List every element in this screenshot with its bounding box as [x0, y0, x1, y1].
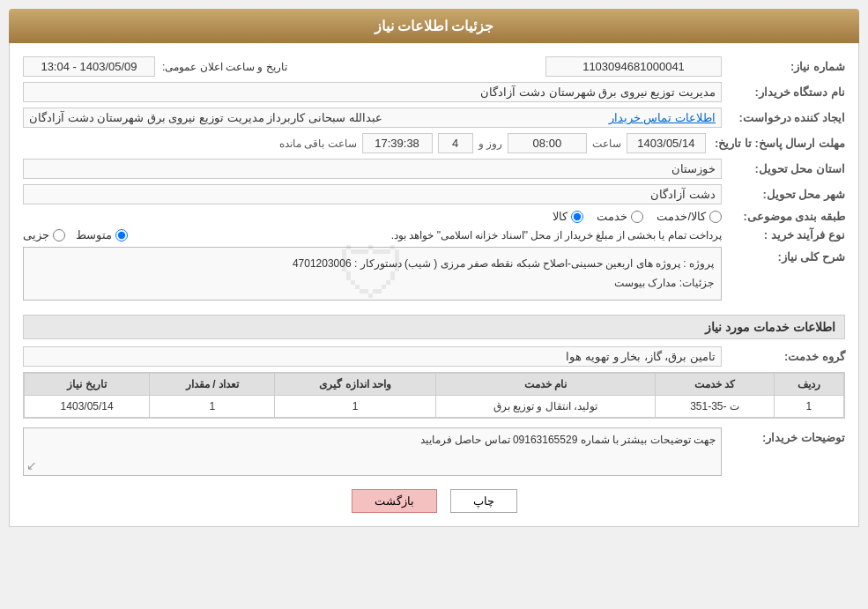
category-label-kala-khedmat: کالا/خدمت: [657, 210, 706, 223]
category-option-1: کالا: [553, 210, 583, 223]
process-radio-medium[interactable]: [115, 229, 128, 241]
deadline-remaining: 17:39:38: [362, 133, 433, 153]
deadline-day-label: روز و: [479, 137, 502, 150]
creator-name: عبدالله سبحانی کاربرداز مدیریت توزیع نیر…: [29, 111, 382, 124]
process-radio-partial[interactable]: [53, 229, 65, 241]
process-options: پرداخت تمام یا بخشی از مبلغ خریدار از مح…: [23, 228, 722, 241]
process-label: نوع فرآیند خرید :: [722, 228, 845, 241]
deadline-time: 08:00: [508, 133, 587, 153]
service-group-row: گروه خدمت: تامین برق، گاز، بخار و تهویه …: [23, 346, 845, 367]
back-button[interactable]: بازگشت: [352, 489, 437, 513]
table-cell: تولید، انتقال و توزیع برق: [435, 396, 656, 418]
process-row: نوع فرآیند خرید : پرداخت تمام یا بخشی از…: [23, 228, 845, 241]
province-row: استان محل تحویل: خوزستان: [23, 159, 845, 179]
notice-number-value: 1103094681000041: [545, 56, 722, 77]
category-option-2: خدمت: [597, 210, 643, 223]
table-cell: ت -35-351: [656, 396, 774, 418]
general-desc-value: پروژه : پروژه های اربعین حسینی-اصلاح شبک…: [31, 255, 714, 293]
category-row: طبقه بندی موضوعی: کالا/خدمت خدمت کالا: [23, 210, 845, 223]
deadline-row: مهلت ارسال پاسخ: تا تاریخ: 1403/05/14 سا…: [23, 133, 845, 153]
buyer-notes-label: توضیحات خریدار:: [722, 427, 845, 476]
process-label-medium: متوسط: [76, 228, 112, 241]
category-label-khedmat: خدمت: [597, 210, 627, 223]
process-label-partial: جزیی: [23, 228, 49, 241]
category-radio-kala-khedmat[interactable]: [709, 211, 722, 223]
city-label: شهر محل تحویل:: [722, 188, 845, 201]
table-cell: 1: [150, 396, 275, 418]
col-header-code: کد خدمت: [656, 374, 774, 396]
notice-number-label: شماره نیاز:: [722, 60, 845, 73]
services-table: ردیف کد خدمت نام خدمت واحد اندازه گیری ت…: [24, 373, 844, 418]
city-value: دشت آزادگان: [23, 184, 722, 204]
main-card: شماره نیاز: 1103094681000041 تاریخ و ساع…: [9, 43, 859, 527]
general-desc-label: شرح کلی نیاز:: [722, 247, 845, 264]
col-header-radif: ردیف: [774, 374, 843, 396]
process-description: پرداخت تمام یا بخشی از مبلغ خریدار از مح…: [138, 229, 722, 241]
col-header-unit: واحد اندازه گیری: [275, 374, 435, 396]
buyer-org-label: نام دستگاه خریدار:: [722, 85, 845, 99]
category-radio-kala[interactable]: [571, 211, 583, 223]
notice-number-row: شماره نیاز: 1103094681000041 تاریخ و ساع…: [23, 56, 845, 77]
deadline-time-label: ساعت: [592, 137, 621, 150]
table-cell: 1: [275, 396, 435, 418]
deadline-remaining-label: ساعت باقی مانده: [279, 137, 357, 150]
services-section-title: اطلاعات خدمات مورد نیاز: [23, 315, 845, 339]
table-row: 1ت -35-351تولید، انتقال و توزیع برق11140…: [25, 396, 844, 418]
page-title: جزئیات اطلاعات نیاز: [375, 19, 494, 33]
button-row: چاپ بازگشت: [23, 489, 845, 513]
col-header-date: تاریخ نیاز: [25, 374, 150, 396]
deadline-parts: 1403/05/14 ساعت 08:00 روز و 4 17:39:38 س…: [23, 133, 706, 153]
deadline-label: مهلت ارسال پاسخ: تا تاریخ:: [706, 137, 845, 150]
process-option-medium: متوسط: [76, 228, 128, 241]
creator-row: ایجاد کننده درخواست: اطلاعات تماس خریدار…: [23, 108, 845, 128]
services-table-container: ردیف کد خدمت نام خدمت واحد اندازه گیری ت…: [23, 372, 845, 419]
category-label-kala: کالا: [553, 210, 568, 223]
service-group-value: تامین برق، گاز، بخار و تهویه هوا: [23, 346, 722, 367]
page-container: جزئیات اطلاعات نیاز شماره نیاز: 11030946…: [0, 0, 868, 609]
announce-date-value: 1403/05/09 - 13:04: [23, 56, 155, 77]
contact-link[interactable]: اطلاعات تماس خریدار: [609, 111, 716, 124]
buyer-notes-box: جهت توضیحات بیشتر با شماره 09163165529 ت…: [23, 427, 722, 476]
process-option-partial: جزیی: [23, 228, 65, 241]
table-header-row: ردیف کد خدمت نام خدمت واحد اندازه گیری ت…: [25, 374, 844, 396]
print-button[interactable]: چاپ: [450, 489, 517, 513]
general-desc-row: شرح کلی نیاز: پروژه : پروژه های اربعین ح…: [23, 247, 845, 306]
city-row: شهر محل تحویل: دشت آزادگان: [23, 184, 845, 204]
creator-value: اطلاعات تماس خریدار عبدالله سبحانی کاربر…: [23, 108, 722, 128]
creator-label: ایجاد کننده درخواست:: [722, 111, 845, 124]
service-group-label: گروه خدمت:: [722, 350, 845, 363]
province-label: استان محل تحویل:: [722, 162, 845, 175]
col-header-name: نام خدمت: [435, 374, 656, 396]
buyer-org-value: مدیریت توزیع نیروی برق شهرستان دشت آزادگ…: [23, 82, 722, 102]
general-desc-box: پروژه : پروژه های اربعین حسینی-اصلاح شبک…: [23, 247, 722, 301]
buyer-notes-row: توضیحات خریدار: جهت توضیحات بیشتر با شما…: [23, 427, 845, 476]
resize-icon: ↙: [26, 458, 37, 472]
category-radio-khedmat[interactable]: [631, 211, 643, 223]
table-cell: 1403/05/14: [25, 396, 150, 418]
category-label: طبقه بندی موضوعی:: [722, 210, 845, 223]
table-cell: 1: [774, 396, 843, 418]
col-header-qty: تعداد / مقدار: [150, 374, 275, 396]
category-radio-group: کالا/خدمت خدمت کالا: [553, 210, 722, 223]
category-option-3: کالا/خدمت: [657, 210, 722, 223]
buyer-notes-value: جهت توضیحات بیشتر با شماره 09163165529 ت…: [420, 434, 716, 446]
deadline-days: 4: [438, 133, 473, 153]
province-value: خوزستان: [23, 159, 722, 179]
announce-date-label: تاریخ و ساعت اعلان عمومی:: [162, 61, 287, 73]
page-header: جزئیات اطلاعات نیاز: [9, 9, 859, 43]
deadline-date: 1403/05/14: [627, 133, 706, 153]
buyer-org-row: نام دستگاه خریدار: مدیریت توزیع نیروی بر…: [23, 82, 845, 102]
